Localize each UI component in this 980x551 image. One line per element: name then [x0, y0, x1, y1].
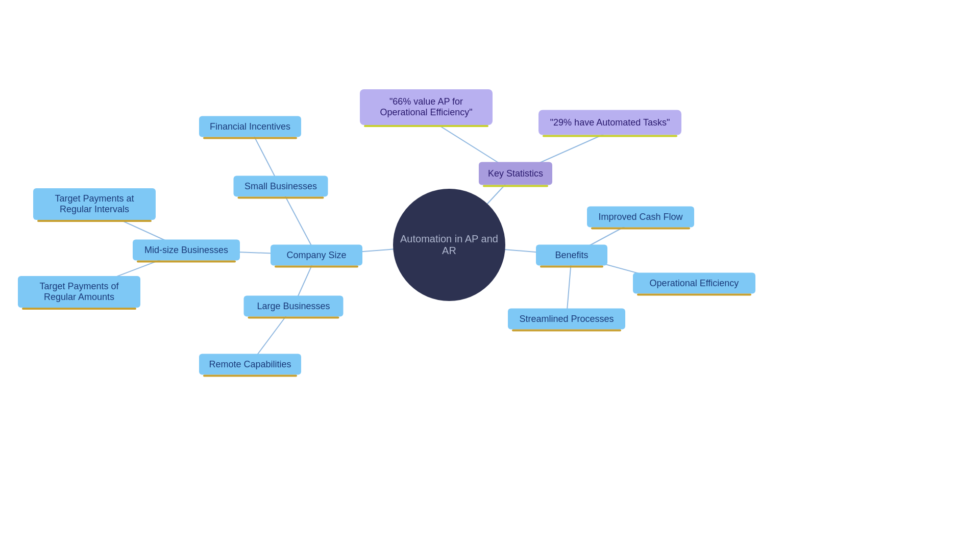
target-payments-intervals-node: Target Payments at Regular Intervals — [33, 188, 156, 220]
streamlined-processes-node: Streamlined Processes — [508, 309, 625, 330]
key-statistics-node: Key Statistics — [479, 162, 552, 185]
company-size-node: Company Size — [271, 245, 362, 266]
stat-quote1-node: "66% value AP for Operational Efficiency… — [360, 89, 493, 125]
mid-size-businesses-node: Mid-size Businesses — [133, 240, 240, 261]
large-businesses-node: Large Businesses — [244, 296, 344, 317]
stat-quote2-node: "29% have Automated Tasks" — [538, 110, 681, 135]
benefits-node: Benefits — [536, 245, 607, 266]
operational-efficiency-node: Operational Efficiency — [633, 273, 755, 294]
small-businesses-node: Small Businesses — [234, 176, 328, 197]
target-payments-amounts-node: Target Payments of Regular Amounts — [18, 276, 140, 308]
improved-cash-flow-node: Improved Cash Flow — [587, 207, 694, 228]
remote-capabilities-node: Remote Capabilities — [199, 354, 301, 375]
financial-incentives-node: Financial Incentives — [199, 116, 301, 137]
center-node: Automation in AP and AR — [393, 189, 505, 301]
